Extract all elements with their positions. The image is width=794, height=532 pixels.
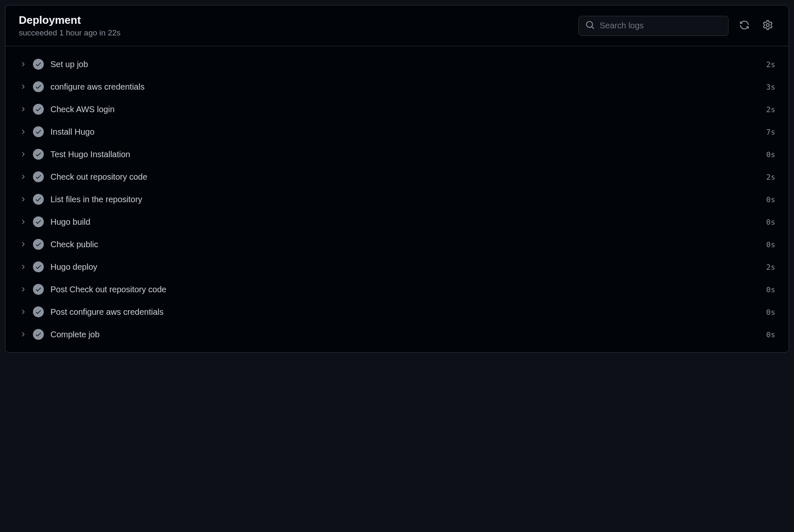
step-label: Set up job [50,60,766,69]
deployment-panel: Deployment succeeded 1 hour ago in 22s [5,5,789,353]
check-circle-icon [33,261,44,272]
step-label: Test Hugo Installation [50,150,766,159]
check-circle-icon [33,149,44,160]
step-label: Complete job [50,330,766,339]
chevron-right-icon [19,240,27,248]
chevron-right-icon [19,263,27,271]
step-row[interactable]: Install Hugo7s [5,120,789,143]
step-label: List files in the repository [50,195,766,204]
step-duration: 0s [766,330,775,339]
step-duration: 2s [766,173,775,181]
chevron-right-icon [19,128,27,136]
check-circle-icon [33,59,44,70]
step-duration: 0s [766,240,775,249]
check-circle-icon [33,81,44,92]
step-label: Check out repository code [50,172,766,182]
step-label: Post Check out repository code [50,285,766,294]
step-duration: 0s [766,308,775,316]
check-circle-icon [33,126,44,137]
step-duration: 0s [766,218,775,226]
header-title-block: Deployment succeeded 1 hour ago in 22s [19,14,121,38]
step-label: Check public [50,240,766,249]
step-duration: 0s [766,150,775,159]
gear-icon [763,20,773,31]
check-circle-icon [33,306,44,317]
step-duration: 2s [766,105,775,114]
step-label: Post configure aws credentials [50,307,766,317]
step-label: Hugo build [50,217,766,227]
chevron-right-icon [19,83,27,91]
header-actions [578,16,775,36]
step-label: Check AWS login [50,105,766,114]
step-label: Hugo deploy [50,262,766,272]
step-duration: 3s [766,83,775,91]
step-duration: 2s [766,60,775,69]
chevron-right-icon [19,150,27,158]
refresh-button[interactable] [737,18,752,34]
status-subtitle: succeeded 1 hour ago in 22s [19,28,121,38]
step-row[interactable]: Test Hugo Installation0s [5,143,789,166]
step-label: configure aws credentials [50,82,766,92]
step-row[interactable]: Complete job0s [5,323,789,346]
step-row[interactable]: Set up job2s [5,53,789,75]
chevron-right-icon [19,308,27,316]
step-row[interactable]: Post Check out repository code0s [5,278,789,301]
step-row[interactable]: Hugo deploy2s [5,256,789,278]
check-circle-icon [33,329,44,340]
step-label: Install Hugo [50,127,766,137]
check-circle-icon [33,171,44,182]
chevron-right-icon [19,105,27,113]
check-circle-icon [33,104,44,115]
search-icon [585,20,600,31]
search-input[interactable] [600,21,721,30]
step-duration: 7s [766,128,775,136]
settings-button[interactable] [760,18,775,34]
step-row[interactable]: Check AWS login2s [5,98,789,120]
panel-header: Deployment succeeded 1 hour ago in 22s [5,5,789,46]
check-circle-icon [33,239,44,250]
step-duration: 0s [766,195,775,204]
step-row[interactable]: Hugo build0s [5,211,789,233]
chevron-right-icon [19,60,27,68]
check-circle-icon [33,216,44,227]
step-duration: 2s [766,263,775,271]
chevron-right-icon [19,330,27,339]
check-circle-icon [33,284,44,295]
step-row[interactable]: Check out repository code2s [5,166,789,188]
step-duration: 0s [766,285,775,294]
steps-list: Set up job2sconfigure aws credentials3sC… [5,46,789,352]
step-row[interactable]: configure aws credentials3s [5,75,789,98]
check-circle-icon [33,194,44,205]
chevron-right-icon [19,285,27,294]
step-row[interactable]: List files in the repository0s [5,188,789,211]
chevron-right-icon [19,173,27,181]
chevron-right-icon [19,218,27,226]
chevron-right-icon [19,195,27,203]
search-box[interactable] [578,16,729,36]
refresh-icon [739,20,749,31]
step-row[interactable]: Check public0s [5,233,789,256]
step-row[interactable]: Post configure aws credentials0s [5,301,789,323]
page-title: Deployment [19,14,121,27]
